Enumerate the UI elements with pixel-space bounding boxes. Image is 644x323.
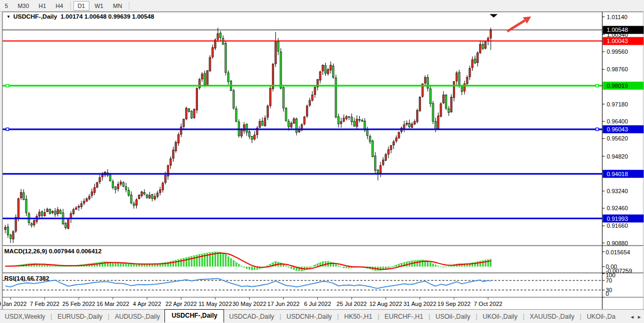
tabs-scroll-right-icon[interactable]: ▸ — [638, 313, 641, 320]
hline-handle-icon[interactable] — [596, 128, 599, 130]
chart-tab-usdcad-daily[interactable]: USDCAD-,Daily — [224, 311, 279, 322]
chart-tab-bar: USDX,Weekly|EURUSD-,Daily|AUDUSD-,DailyU… — [0, 309, 644, 323]
ohlc-low: 0.99639 — [108, 13, 130, 20]
svg-text:0.95620: 0.95620 — [607, 135, 628, 142]
timeframe-button-mn[interactable]: MN — [109, 1, 126, 11]
ohlc-close: 1.00548 — [132, 13, 154, 20]
chart-tab-ukoil-da[interactable]: UKOil-,Da — [582, 311, 620, 322]
timeframe-button-m30[interactable]: M30 — [13, 1, 33, 11]
svg-text:19 Sep 2022: 19 Sep 2022 — [437, 301, 470, 307]
svg-text:12 Aug 2022: 12 Aug 2022 — [369, 301, 402, 307]
svg-text:1.00043: 1.00043 — [607, 38, 628, 44]
timeframe-button-h1[interactable]: H1 — [35, 1, 51, 11]
timeframe-button-d1[interactable]: D1 — [73, 1, 89, 11]
svg-text:0.99560: 0.99560 — [607, 48, 628, 55]
svg-text:0.94820: 0.94820 — [607, 153, 628, 160]
toolbar-separator — [129, 2, 129, 10]
chart-tab-usdcnh-daily[interactable]: USDCNH-,Daily — [282, 311, 336, 322]
svg-text:17 Jun 2022: 17 Jun 2022 — [267, 301, 300, 307]
svg-text:0.91660: 0.91660 — [607, 222, 628, 229]
svg-text:25 Feb 2022: 25 Feb 2022 — [62, 301, 95, 307]
svg-text:70: 70 — [606, 277, 612, 284]
svg-text:0: 0 — [606, 291, 609, 297]
svg-text:22 Apr 2022: 22 Apr 2022 — [166, 301, 197, 307]
timeframe-button-5[interactable]: 5 — [1, 1, 12, 11]
chart-tab-usdchf-daily[interactable]: USDCHF-,Daily — [164, 309, 224, 322]
chart-tab-eurusd-daily[interactable]: EURUSD-,Daily — [53, 311, 108, 322]
svg-text:0.91993: 0.91993 — [607, 216, 628, 222]
hline-handle-icon[interactable] — [596, 85, 599, 87]
chart-area[interactable]: 1.011401.003400.995600.987600.971800.964… — [0, 11, 644, 309]
svg-text:0.98760: 0.98760 — [607, 66, 628, 72]
svg-text:0.94018: 0.94018 — [607, 171, 628, 177]
svg-text:19 Jan 2022: 19 Jan 2022 — [0, 301, 27, 307]
chart-title: ▼USDCHF-,Daily 1.00174 1.00648 0.99639 1… — [6, 13, 154, 20]
timeframe-button-h4[interactable]: H4 — [52, 1, 68, 11]
chart-tab-eurchf-h1[interactable]: EURCHF-,H1 — [380, 311, 428, 322]
collapse-chart-icon[interactable]: ▼ — [6, 14, 11, 19]
chart-tab-audusd-daily[interactable]: AUDUSD-,Daily — [110, 311, 165, 322]
chart-tab-hk50-h1[interactable]: HK50-,H1 — [340, 311, 377, 322]
rsi-indicator-label: RSI(14) 66.7382 — [4, 275, 49, 281]
hline-handle-icon[interactable] — [6, 128, 9, 130]
toolbar-separator — [70, 2, 71, 10]
svg-text:31 Aug 2022: 31 Aug 2022 — [403, 301, 436, 307]
ohlc-open: 1.00174 — [61, 13, 83, 20]
chart-tab-usoil-daily[interactable]: USOil-,Daily — [431, 311, 475, 322]
timeframe-toolbar: 5M30H1H4D1W1MN — [0, 0, 644, 12]
svg-text:0.98019: 0.98019 — [607, 82, 628, 89]
chart-tab-xauusd-daily[interactable]: XAUUSD-,Daily — [525, 311, 579, 322]
svg-text:0.96400: 0.96400 — [607, 118, 628, 125]
chart-tab-usdx-weekly[interactable]: USDX,Weekly — [0, 311, 50, 322]
chart-symbol-label: USDCHF-,Daily — [13, 13, 57, 20]
svg-text:4 Apr 2022: 4 Apr 2022 — [133, 301, 161, 307]
ohlc-high: 1.00648 — [85, 13, 107, 20]
svg-text:11 May 2022: 11 May 2022 — [199, 301, 232, 307]
macd-indicator-label: MACD(12,26,9) 0.007944 0.006412 — [4, 248, 102, 254]
svg-text:0.92460: 0.92460 — [607, 205, 628, 211]
svg-text:7 Feb 2022: 7 Feb 2022 — [30, 301, 60, 307]
svg-text:0.93240: 0.93240 — [607, 188, 628, 194]
tabs-scroll-left-icon[interactable]: ◂ — [631, 313, 634, 320]
hline-handle-icon[interactable] — [6, 85, 9, 87]
svg-text:0.015654: 0.015654 — [606, 249, 630, 255]
svg-text:25 Jul 2022: 25 Jul 2022 — [336, 301, 367, 307]
chart-tab-ukoil-daily[interactable]: UKOil-,Daily — [478, 311, 522, 322]
svg-text:16 Mar 2022: 16 Mar 2022 — [96, 301, 129, 307]
timeframe-button-w1[interactable]: W1 — [90, 1, 108, 11]
svg-text:0.97180: 0.97180 — [607, 101, 628, 107]
svg-text:30 May 2022: 30 May 2022 — [233, 301, 267, 307]
svg-text:0.90880: 0.90880 — [607, 240, 628, 246]
svg-text:1.00548: 1.00548 — [607, 27, 628, 33]
svg-text:1.01140: 1.01140 — [607, 14, 628, 20]
svg-text:0.96043: 0.96043 — [607, 126, 628, 132]
svg-text:7 Oct 2022: 7 Oct 2022 — [474, 301, 502, 307]
svg-text:6 Jul 2022: 6 Jul 2022 — [304, 301, 331, 307]
